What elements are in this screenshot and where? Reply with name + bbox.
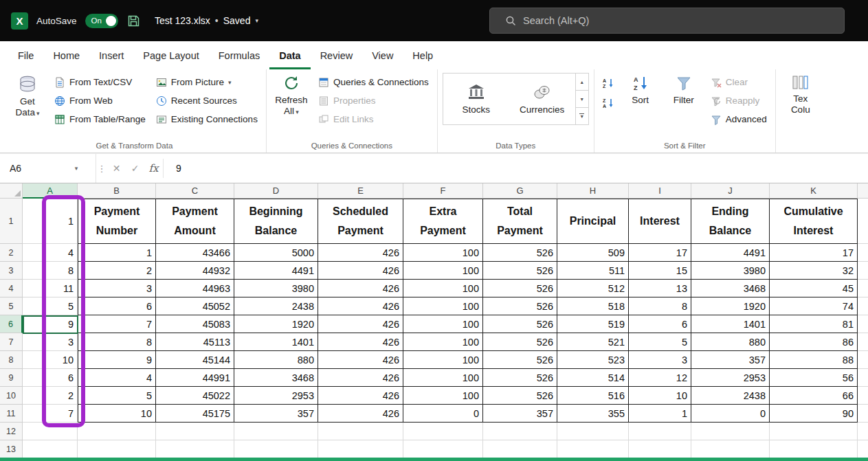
cell-D10[interactable]: 2953 bbox=[234, 387, 318, 405]
chevron-down-icon[interactable]: ▾ bbox=[69, 165, 84, 172]
cell-partial-7[interactable] bbox=[858, 333, 868, 351]
row-header-7[interactable]: 7 bbox=[0, 333, 23, 351]
cell-I10[interactable]: 10 bbox=[629, 387, 691, 405]
cell-F5[interactable]: 100 bbox=[403, 297, 483, 315]
cancel-button[interactable]: ✕ bbox=[107, 154, 126, 183]
cell-H3[interactable]: 511 bbox=[557, 262, 629, 280]
ribbon-tab-page-layout[interactable]: Page Layout bbox=[133, 41, 208, 69]
cell-K8[interactable]: 88 bbox=[770, 351, 858, 369]
cell-D6[interactable]: 1920 bbox=[234, 315, 318, 333]
cell-J12[interactable] bbox=[691, 423, 770, 440]
row-header-12[interactable]: 12 bbox=[0, 423, 23, 440]
cell-header-K1[interactable]: Cumulative Interest bbox=[770, 199, 858, 244]
cell-A10[interactable]: 2 bbox=[23, 387, 78, 405]
cell-H7[interactable]: 521 bbox=[557, 333, 629, 351]
cell-partial-9[interactable] bbox=[858, 369, 868, 387]
name-box-input[interactable] bbox=[10, 163, 69, 174]
cell-G9[interactable]: 526 bbox=[483, 369, 557, 387]
cell-K12[interactable] bbox=[770, 423, 858, 440]
cell-E11[interactable]: 426 bbox=[318, 405, 403, 423]
ribbon-tab-help[interactable]: Help bbox=[403, 41, 443, 69]
cell-G4[interactable]: 526 bbox=[483, 280, 557, 297]
column-header-G[interactable]: G bbox=[483, 183, 557, 199]
cell-H10[interactable]: 516 bbox=[557, 387, 629, 405]
cell-G12[interactable] bbox=[483, 423, 557, 440]
cell-partial-8[interactable] bbox=[858, 351, 868, 369]
cell-I5[interactable]: 8 bbox=[629, 297, 691, 315]
ribbon-tab-data[interactable]: Data bbox=[269, 41, 310, 69]
cell-E5[interactable]: 426 bbox=[318, 297, 403, 315]
sort-ascending-button[interactable]: AZ bbox=[599, 74, 617, 91]
ribbon-tab-view[interactable]: View bbox=[362, 41, 403, 69]
cell-H5[interactable]: 518 bbox=[557, 297, 629, 315]
cell-K9[interactable]: 56 bbox=[770, 369, 858, 387]
column-header-I[interactable]: I bbox=[629, 183, 691, 199]
get-data-button[interactable]: Get Data▾ bbox=[8, 71, 47, 139]
cell-D5[interactable]: 2438 bbox=[234, 297, 318, 315]
cell-H2[interactable]: 509 bbox=[557, 244, 629, 262]
refresh-all-button[interactable]: Refresh All▾ bbox=[271, 71, 311, 139]
from-text-csv-button[interactable]: From Text/CSV bbox=[51, 73, 149, 91]
gallery-up-button[interactable]: ▲ bbox=[576, 74, 588, 91]
cell-header-D1[interactable]: Beginning Balance bbox=[234, 199, 318, 244]
cell-F13[interactable] bbox=[403, 440, 483, 458]
advanced-filter-button[interactable]: Advanced bbox=[707, 110, 770, 128]
cell-A8[interactable]: 10 bbox=[23, 351, 78, 369]
cell-D12[interactable] bbox=[234, 423, 318, 440]
cell-F2[interactable]: 100 bbox=[403, 244, 483, 262]
cell-A3[interactable]: 8 bbox=[23, 262, 78, 280]
row-header-3[interactable]: 3 bbox=[0, 262, 23, 280]
cell-H13[interactable] bbox=[557, 440, 629, 458]
cell-C7[interactable]: 45113 bbox=[156, 333, 234, 351]
cell-partial-2[interactable] bbox=[858, 244, 868, 262]
cell-I13[interactable] bbox=[629, 440, 691, 458]
cell-D3[interactable]: 4491 bbox=[234, 262, 318, 280]
cell-J8[interactable]: 357 bbox=[691, 351, 770, 369]
cell-header-E1[interactable]: Scheduled Payment bbox=[318, 199, 403, 244]
cell-header-H1[interactable]: Principal bbox=[557, 199, 629, 244]
cell-B9[interactable]: 4 bbox=[78, 369, 156, 387]
cell-A4[interactable]: 11 bbox=[23, 280, 78, 297]
column-header-H[interactable]: H bbox=[557, 183, 629, 199]
cell-K6[interactable]: 81 bbox=[770, 315, 858, 333]
cell-K4[interactable]: 45 bbox=[770, 280, 858, 297]
cell-I8[interactable]: 3 bbox=[629, 351, 691, 369]
from-web-button[interactable]: From Web bbox=[51, 91, 149, 110]
cell-C10[interactable]: 45022 bbox=[156, 387, 234, 405]
cell-C13[interactable] bbox=[156, 440, 234, 458]
cell-partial-12[interactable] bbox=[858, 423, 868, 440]
cell-partial-11[interactable] bbox=[858, 405, 868, 423]
search-input[interactable] bbox=[523, 15, 798, 26]
cell-A11[interactable]: 7 bbox=[23, 405, 78, 423]
cell-H4[interactable]: 512 bbox=[557, 280, 629, 297]
ribbon-tab-formulas[interactable]: Formulas bbox=[209, 41, 269, 69]
cell-header-G1[interactable]: Total Payment bbox=[483, 199, 557, 244]
cell-B13[interactable] bbox=[78, 440, 156, 458]
column-header-J[interactable]: J bbox=[691, 183, 770, 199]
cell-C8[interactable]: 45144 bbox=[156, 351, 234, 369]
row-header-8[interactable]: 8 bbox=[0, 351, 23, 369]
cell-G5[interactable]: 526 bbox=[483, 297, 557, 315]
row-header-9[interactable]: 9 bbox=[0, 369, 23, 387]
from-table-range-button[interactable]: From Table/Range bbox=[51, 110, 149, 128]
cell-K7[interactable]: 86 bbox=[770, 333, 858, 351]
cell-A7[interactable]: 3 bbox=[23, 333, 78, 351]
cell-header-B1[interactable]: Payment Number bbox=[78, 199, 156, 244]
enter-button[interactable]: ✓ bbox=[126, 154, 144, 183]
cell-E3[interactable]: 426 bbox=[318, 262, 403, 280]
row-header-11[interactable]: 11 bbox=[0, 405, 23, 423]
reapply-filter-button[interactable]: Reapply bbox=[707, 91, 770, 110]
cell-G7[interactable]: 526 bbox=[483, 333, 557, 351]
cell-J6[interactable]: 1401 bbox=[691, 315, 770, 333]
cell-A5[interactable]: 5 bbox=[23, 297, 78, 315]
queries-connections-button[interactable]: Queries & Connections bbox=[315, 73, 432, 91]
cell-B10[interactable]: 5 bbox=[78, 387, 156, 405]
cell-C9[interactable]: 44991 bbox=[156, 369, 234, 387]
cell-A12[interactable] bbox=[23, 423, 78, 440]
cell-J10[interactable]: 2438 bbox=[691, 387, 770, 405]
cell-D7[interactable]: 1401 bbox=[234, 333, 318, 351]
cell-J2[interactable]: 4491 bbox=[691, 244, 770, 262]
cell-partial-1[interactable] bbox=[858, 199, 868, 244]
cell-partial-10[interactable] bbox=[858, 387, 868, 405]
column-header-E[interactable]: E bbox=[318, 183, 403, 199]
